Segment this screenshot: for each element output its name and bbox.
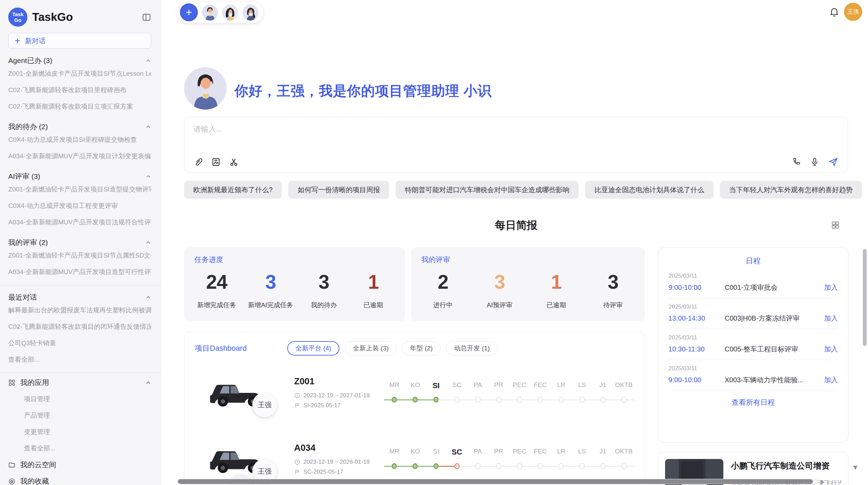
section-agent-done[interactable]: Agent已办 (3) [8,56,151,65]
view-all-chats-link[interactable]: 查看全部... [8,351,151,368]
schedule-title: 日程 [668,256,838,266]
join-meeting-link[interactable]: 加入 [824,283,838,292]
agent-avatar[interactable] [202,4,218,21]
conversation-item[interactable]: A034-全新新能源MUV产品开发项目法规符合性评审 [8,214,151,231]
project-owner-badge: 王强 [252,393,277,417]
view-all-schedule-link[interactable]: 查看所有日程 [668,398,838,407]
stat-label: 进行中 [424,301,462,310]
section-ai-review[interactable]: AI评审 (3) [8,172,151,181]
project-next-milestone: SI-2025-05-17 [303,402,341,409]
vertical-scrollbar-thumb[interactable] [863,249,867,346]
conversation-item[interactable]: Z001-全新燃油皮卡产品开发项目SI节点Lesson Learn报告 [8,65,151,82]
stat-in-progress: 2 进行中 [424,271,462,310]
stat-value: 3 [305,271,343,293]
scroll-right-arrow-icon[interactable]: ▸ [821,477,825,485]
suggestion-chip[interactable]: 如何写一份清晰的项目周报 [288,181,389,199]
sidebar: Task Go TaskGo 新对话 Agent已办 (3) Z001-全新燃油… [0,0,161,485]
dashboard-tab[interactable]: 动总开发 (1) [446,341,498,356]
agent-avatar[interactable] [222,4,238,21]
chevron-up-icon [145,240,151,246]
milestone-dot [454,397,460,403]
stat-pending-review: 3 待评审 [594,271,632,310]
milestone-label: MR [384,381,405,390]
section-recent-chats[interactable]: 最近对话 [8,293,151,302]
phone-icon[interactable] [792,157,801,166]
event-time: 10:30-11:30 [668,345,721,353]
new-chat-button[interactable]: 新对话 [8,33,151,49]
conversation-item[interactable]: Z001-全新燃油轻卡产品开发项目SI节点属性5D文件评审 [8,247,151,264]
layout-grid-icon[interactable] [831,221,840,229]
send-icon[interactable] [828,157,838,167]
section-my-todo[interactable]: 我的待办 (2) [8,122,151,132]
conversation-item[interactable]: Z001-全新燃油轻卡产品开发项目SI造型提交物评审 [8,181,151,198]
join-meeting-link[interactable]: 加入 [824,314,838,323]
stat-value: 1 [354,271,392,293]
collapse-panel-icon[interactable] [142,13,151,22]
scissors-icon[interactable] [229,157,239,167]
project-row[interactable]: 王强 A034 2023-12-19 ~ 2026-01-19 SC-2025-… [195,430,634,485]
conversation-item[interactable]: A034-全新新能源MUV产品开发项目计划变更表编写 [8,148,151,164]
event-date: 2025/03/11 [668,334,838,341]
horizontal-scrollbar[interactable] [177,479,819,484]
stat-overdue: 1 已逾期 [538,271,575,310]
conversation-item[interactable]: 公司Q3轻卡销量 [8,335,151,351]
suggestion-chip[interactable]: 欧洲新规最近颁布了什么? [184,181,282,199]
dashboard-tab[interactable]: 全新上装 (3) [345,341,397,356]
suggestion-chip[interactable]: 特朗普可能对进口汽车增税会对中国车企造成哪些影响 [396,181,579,199]
agent-avatar[interactable] [242,4,258,21]
event-time: 13:00-14:30 [668,314,721,322]
microphone-icon[interactable] [810,157,819,166]
app-link-product-mgmt[interactable]: 产品管理 [8,407,151,424]
conversation-item[interactable]: C02-飞腾新能源轻客改款项目的闭环通告反馈情况 [8,319,151,335]
stat-label: 已逾期 [538,301,575,310]
conversation-item[interactable]: C0X4-动力总成开发项目工程变更评审 [8,198,151,214]
new-chat-label: 新对话 [25,36,46,46]
milestone-label: SI [426,381,447,390]
horizontal-scrollbar-thumb[interactable] [178,479,813,484]
user-avatar[interactable]: 王强 [844,3,862,21]
sidebar-item-my-apps[interactable]: 我的应用 [8,374,151,391]
clock-icon [294,459,300,465]
scroll-down-arrow-icon[interactable]: ▾ [853,462,857,472]
milestone-dot [517,463,522,469]
join-meeting-link[interactable]: 加入 [824,345,838,354]
sidebar-item-cloud-space[interactable]: 我的云空间 [8,457,151,473]
section-title: 我的评审 (2) [8,238,48,247]
notifications-bell-icon[interactable] [829,7,840,17]
project-row[interactable]: 王强 Z001 2023-12-19 ~ 2027-01-19 SI-2025-… [195,363,634,422]
milestone-dot [558,463,564,469]
milestone-dot [392,397,397,403]
attachment-icon[interactable] [193,157,203,167]
join-meeting-link[interactable]: 加入 [824,375,838,385]
project-dashboard-card: 项目Dashboard 全新平台 (4) 全新上装 (3) 年型 (2) 动总开… [184,332,645,485]
schedule-card: 日程 2025/03/11 9:00-10:00 C001-立项审批会 加入 2… [658,247,848,443]
image-icon[interactable] [211,157,221,167]
chevron-up-icon [145,295,151,300]
section-my-review[interactable]: 我的评审 (2) [8,238,151,247]
app-link-change-mgmt[interactable]: 变更管理 [8,424,151,440]
quick-access-bar [177,1,264,23]
conversation-item[interactable]: A034-全新新能源MUV产品开发项目造型可行性评审 [8,264,151,280]
milestone-label: LR [551,448,572,457]
dashboard-tab[interactable]: 年型 (2) [402,341,441,356]
view-all-apps-link[interactable]: 查看全部... [8,440,151,457]
my-review-card: 我的评审 2 进行中 3 AI预评审 1 已逾期 3 待评审 [411,247,645,321]
milestone-dot [496,397,502,403]
milestone-dot [496,463,502,469]
logo-text-bottom: Go [14,17,22,23]
conversation-item[interactable]: 解释最新出台的欧盟报废车法规再生塑料比例被调至15%... [8,302,151,319]
sidebar-item-favorites[interactable]: 我的收藏 [8,473,151,485]
dashboard-tab[interactable]: 全新平台 (4) [287,341,340,356]
suggestion-chip[interactable]: 比亚迪全固态电池计划具体说了什么 [585,181,713,199]
app-link-project-mgmt[interactable]: 项目管理 [8,391,151,407]
milestone-dot [621,397,627,403]
stat-label: 待评审 [594,301,632,310]
conversation-item[interactable]: C02-飞腾新能源轻客改款项目立项汇报方案 [8,98,151,115]
conversation-item[interactable]: C0X4-动力总成开发项目SI里程碑提交物检查 [8,132,151,148]
stat-ai-prereview: 3 AI预评审 [481,271,518,310]
add-agent-button[interactable] [180,3,198,21]
conversation-item[interactable]: C02-飞腾新能源轻客改款项目里程碑画布 [8,82,151,98]
card-title: 任务进度 [194,255,395,264]
chat-input[interactable] [193,124,831,148]
suggestion-chip[interactable]: 当下年轻人对汽车外观有怎样的喜好趋势 [720,181,862,199]
